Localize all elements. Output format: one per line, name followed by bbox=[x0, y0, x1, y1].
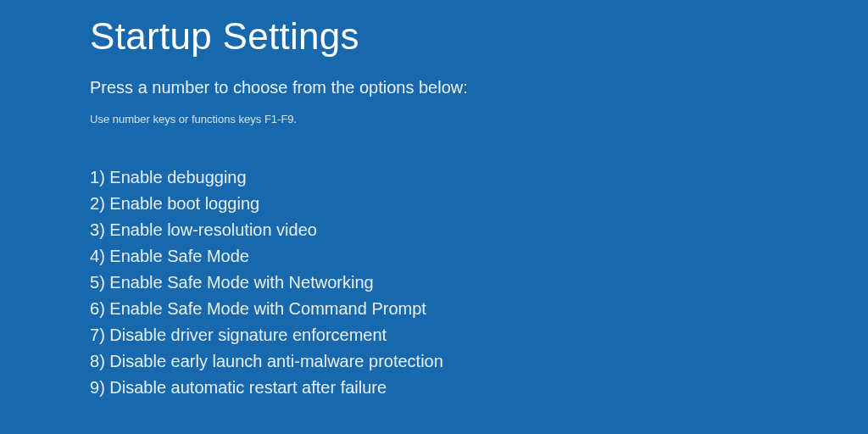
prompt-text: Press a number to choose from the option… bbox=[90, 78, 868, 97]
option-number: 3 bbox=[90, 220, 99, 239]
startup-settings-screen: Startup Settings Press a number to choos… bbox=[0, 0, 868, 401]
option-label: Enable Safe Mode bbox=[109, 247, 249, 265]
option-number: 5 bbox=[90, 273, 99, 292]
option-enable-boot-logging[interactable]: 2) Enable boot logging bbox=[90, 191, 868, 217]
option-label: Disable automatic restart after failure bbox=[109, 378, 387, 397]
option-enable-safe-mode-networking[interactable]: 5) Enable Safe Mode with Networking bbox=[90, 270, 868, 296]
option-number: 8 bbox=[90, 352, 99, 370]
option-disable-automatic-restart[interactable]: 9) Disable automatic restart after failu… bbox=[90, 375, 868, 401]
option-disable-early-launch-anti-malware[interactable]: 8) Disable early launch anti-malware pro… bbox=[90, 348, 868, 375]
options-list: 1) Enable debugging 2) Enable boot loggi… bbox=[90, 164, 868, 401]
option-disable-driver-signature-enforcement[interactable]: 7) Disable driver signature enforcement bbox=[90, 322, 868, 348]
option-number: 9 bbox=[90, 378, 99, 397]
option-label: Enable debugging bbox=[109, 168, 246, 186]
option-number: 6 bbox=[90, 299, 99, 318]
option-enable-safe-mode-command-prompt[interactable]: 6) Enable Safe Mode with Command Prompt bbox=[90, 296, 868, 322]
option-label: Disable driver signature enforcement bbox=[109, 326, 387, 344]
option-number: 1 bbox=[90, 168, 99, 186]
option-label: Enable low-resolution video bbox=[109, 220, 317, 239]
option-enable-low-resolution-video[interactable]: 3) Enable low-resolution video bbox=[90, 217, 868, 243]
option-label: Enable boot logging bbox=[109, 194, 259, 213]
option-number: 7 bbox=[90, 326, 99, 344]
option-label: Enable Safe Mode with Networking bbox=[109, 273, 373, 292]
hint-text: Use number keys or functions keys F1-F9. bbox=[90, 113, 868, 125]
option-enable-safe-mode[interactable]: 4) Enable Safe Mode bbox=[90, 243, 868, 270]
option-label: Enable Safe Mode with Command Prompt bbox=[109, 299, 426, 318]
option-enable-debugging[interactable]: 1) Enable debugging bbox=[90, 164, 868, 191]
option-label: Disable early launch anti-malware protec… bbox=[109, 352, 443, 370]
option-number: 4 bbox=[90, 247, 99, 265]
option-number: 2 bbox=[90, 194, 99, 213]
page-title: Startup Settings bbox=[90, 15, 868, 58]
